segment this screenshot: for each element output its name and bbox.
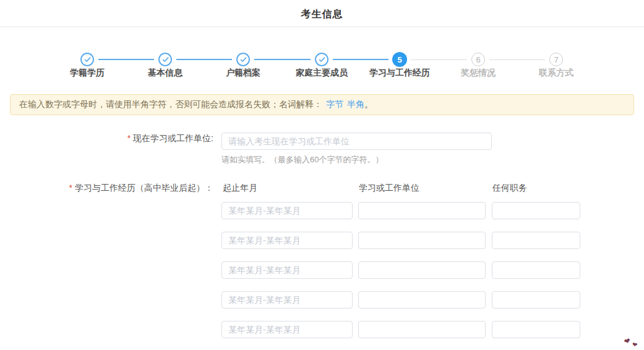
step-7-label: 联系方式 — [539, 68, 573, 79]
candidate-info-page: 考生信息 5 6 7 学籍学历 基本信息 户籍档案 家庭主要成员 学习 — [0, 0, 644, 350]
step-6-label: 奖惩情况 — [461, 68, 496, 79]
check-icon — [319, 54, 325, 65]
experience-unit-input[interactable] — [358, 232, 486, 249]
step-7-number: 7 — [554, 55, 558, 64]
step-2-label: 基本信息 — [148, 68, 182, 79]
glossary-link-byte[interactable]: 字节 — [326, 99, 343, 110]
step-3-circle[interactable] — [236, 53, 250, 66]
corner-hearts-decoration: ❤ ❤ — [624, 337, 643, 349]
experience-unit-input[interactable] — [358, 261, 486, 279]
step-5-label: 学习与工作经历 — [369, 68, 430, 79]
experience-unit-input[interactable] — [358, 291, 486, 308]
experience-duty-input[interactable] — [492, 232, 580, 249]
check-icon — [162, 54, 169, 65]
heart-icon: ❤ — [623, 336, 632, 346]
step-1-label: 学籍学历 — [70, 68, 105, 79]
column-header-duty: 任何职务 — [492, 183, 527, 194]
check-icon — [240, 54, 247, 65]
step-7-circle[interactable]: 7 — [549, 53, 563, 66]
experience-period-input[interactable] — [221, 321, 353, 338]
step-connector — [176, 59, 232, 60]
step-5-number: 5 — [397, 55, 401, 64]
experience-duty-input[interactable] — [492, 261, 580, 279]
column-header-period: 起止年月 — [223, 183, 257, 194]
step-connector — [411, 59, 467, 60]
experience-period-input[interactable] — [221, 202, 353, 219]
step-3-label: 户籍档案 — [226, 68, 260, 79]
header-divider — [0, 27, 644, 27]
experience-duty-input[interactable] — [492, 202, 580, 219]
check-icon — [84, 54, 91, 65]
step-connector — [489, 59, 545, 60]
experience-duty-input[interactable] — [492, 291, 580, 308]
step-6-circle[interactable]: 6 — [471, 53, 485, 66]
step-5-circle[interactable]: 5 — [392, 52, 407, 67]
experience-unit-input[interactable] — [358, 321, 486, 338]
notice-suffix: 。 — [364, 99, 373, 110]
experience-unit-input[interactable] — [358, 202, 486, 219]
current-unit-help: 请如实填写。（最多输入60个字节的字符。） — [221, 154, 383, 165]
step-1-circle[interactable] — [80, 53, 94, 66]
step-4-label: 家庭主要成员 — [296, 68, 348, 79]
experience-period-input[interactable] — [221, 291, 353, 308]
required-asterisk: * — [127, 133, 131, 143]
step-2-circle[interactable] — [158, 53, 172, 66]
glossary-link-halfwidth[interactable]: 半角 — [347, 99, 364, 110]
experience-period-input[interactable] — [221, 261, 353, 279]
step-4-circle[interactable] — [315, 53, 328, 66]
experience-label: *学习与工作经历（高中毕业后起）： — [0, 183, 213, 194]
page-title: 考生信息 — [0, 8, 644, 21]
current-unit-label: *现在学习或工作单位: — [0, 133, 213, 144]
step-connector — [98, 59, 154, 60]
halfwidth-notice-bar: 在输入数字或字母时，请使用半角字符，否则可能会造成报名失败；名词解释： 字节 半… — [10, 94, 634, 115]
notice-text: 在输入数字或字母时，请使用半角字符，否则可能会造成报名失败；名词解释： — [19, 99, 322, 110]
column-header-unit: 学习或工作单位 — [359, 183, 419, 194]
required-asterisk: * — [69, 183, 72, 193]
heart-icon: ❤ — [632, 341, 638, 349]
step-connector — [333, 59, 389, 60]
experience-period-input[interactable] — [221, 232, 353, 249]
current-unit-input[interactable] — [221, 133, 492, 150]
step-6-number: 6 — [476, 55, 480, 64]
experience-duty-input[interactable] — [492, 321, 580, 338]
step-connector — [254, 59, 311, 60]
